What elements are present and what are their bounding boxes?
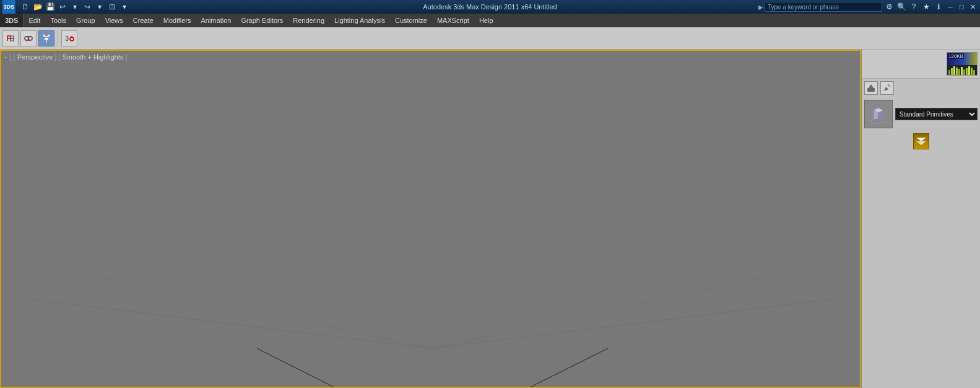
help-icon-button[interactable]: ? bbox=[908, 1, 919, 12]
right-panel-middle: Standard Primitives Extended Primitives … bbox=[862, 97, 980, 154]
vp-shading-label[interactable]: Smooth + Highlights bbox=[62, 53, 123, 61]
right-panel-top: 120KB bbox=[862, 50, 980, 79]
svg-point-2 bbox=[28, 37, 32, 40]
svg-line-13 bbox=[431, 348, 608, 387]
menu-3ds-label: 3DS bbox=[5, 17, 18, 24]
maximize-button[interactable]: □ bbox=[956, 2, 966, 12]
close-button[interactable]: ✕ bbox=[968, 2, 978, 12]
svg-text:3: 3 bbox=[65, 35, 69, 42]
modify-icon bbox=[883, 84, 891, 92]
menu-tools[interactable]: Tools bbox=[45, 14, 71, 27]
svg-rect-30 bbox=[971, 68, 973, 76]
svg-line-17 bbox=[431, 299, 837, 348]
svg-point-10 bbox=[70, 37, 74, 41]
title-bar-left: 3DS 🗋 📂 💾 ↩ ▾ ↪ ▾ ⊡ ▾ bbox=[0, 0, 132, 14]
svg-rect-31 bbox=[973, 70, 975, 76]
unlink-icon bbox=[23, 33, 34, 44]
title-arrow-icon: ▶ bbox=[758, 4, 763, 11]
menu-customize[interactable]: Customize bbox=[390, 14, 432, 27]
title-center: Autodesk 3ds Max Design 2011 x64 Untitle… bbox=[423, 3, 557, 11]
menu-help[interactable]: Help bbox=[474, 14, 498, 27]
svg-rect-29 bbox=[968, 66, 970, 76]
primitives-dropdown[interactable]: Standard Primitives Extended Primitives … bbox=[895, 108, 978, 120]
redo-dropdown-button[interactable]: ▾ bbox=[94, 1, 105, 12]
title-bar: 3DS 🗋 📂 💾 ↩ ▾ ↪ ▾ ⊡ ▾ Autodesk 3ds Max D… bbox=[0, 0, 980, 14]
svg-rect-21 bbox=[948, 70, 950, 76]
svg-rect-33 bbox=[867, 88, 875, 92]
svg-rect-27 bbox=[963, 69, 965, 76]
minimize-button[interactable]: ─ bbox=[945, 2, 955, 12]
new-file-button[interactable]: 🗋 bbox=[20, 1, 31, 12]
menu-lighting-analysis[interactable]: Lighting Analysis bbox=[329, 14, 390, 27]
open-file-button[interactable]: 📂 bbox=[32, 1, 43, 12]
info-button[interactable]: ℹ bbox=[933, 1, 944, 12]
svg-line-15 bbox=[26, 299, 431, 348]
menu-3ds-button[interactable]: 3DS bbox=[0, 14, 24, 27]
std-primitives-row: Standard Primitives Extended Primitives … bbox=[864, 100, 978, 128]
render-thumbnail[interactable]: 120KB bbox=[947, 52, 978, 76]
viewport-canvas bbox=[1, 51, 860, 387]
vp-perspective-label[interactable]: Perspective bbox=[17, 53, 53, 61]
menu-create[interactable]: Create bbox=[128, 14, 158, 27]
svg-line-12 bbox=[257, 348, 431, 387]
hold-button[interactable]: ⊡ bbox=[106, 1, 118, 12]
svg-rect-26 bbox=[961, 67, 963, 76]
title-bar-right: ▶ ⚙ 🔍 ? ★ ℹ ─ □ ✕ bbox=[758, 1, 980, 12]
svg-line-16 bbox=[26, 262, 431, 348]
snap-3d-icon: 3 bbox=[64, 33, 75, 44]
viewport-label: + ] [ Perspective ] [ Smooth + Highlight… bbox=[4, 53, 127, 61]
svg-rect-24 bbox=[956, 68, 958, 76]
search-dropdown-button[interactable]: ⚙ bbox=[883, 1, 895, 12]
right-panel-icon-row bbox=[862, 79, 980, 97]
menu-rendering[interactable]: Rendering bbox=[288, 14, 329, 27]
link-icon bbox=[5, 33, 16, 44]
search-input[interactable] bbox=[765, 2, 882, 12]
snap-3d-button[interactable]: 3 bbox=[61, 30, 77, 46]
menu-group[interactable]: Group bbox=[71, 14, 100, 27]
menu-maxscript[interactable]: MAXScript bbox=[432, 14, 474, 27]
svg-point-1 bbox=[25, 37, 28, 40]
render-thumbnail-size-label: 120KB bbox=[948, 53, 964, 59]
cube-3d-icon bbox=[867, 103, 890, 125]
menu-bar: 3DS Edit Tools Group Views Create Modifi… bbox=[0, 14, 980, 27]
svg-rect-25 bbox=[958, 69, 960, 76]
viewport[interactable]: + ] [ Perspective ] [ Smooth + Highlight… bbox=[0, 50, 861, 388]
undo-dropdown-button[interactable]: ▾ bbox=[69, 1, 80, 12]
redo-button[interactable]: ↪ bbox=[82, 1, 93, 12]
modify-panel-button[interactable] bbox=[880, 81, 894, 95]
secondary-toolbar: 3 bbox=[0, 27, 980, 50]
qa-dropdown-button[interactable]: ▾ bbox=[119, 1, 130, 12]
std-primitives-icon bbox=[864, 100, 893, 128]
svg-marker-44 bbox=[916, 141, 926, 145]
link-tool-button[interactable] bbox=[2, 30, 19, 46]
svg-marker-43 bbox=[916, 138, 926, 141]
vp-plus: + ] [ bbox=[4, 53, 17, 61]
save-file-button[interactable]: 💾 bbox=[45, 1, 56, 12]
quick-access-toolbar: 🗋 📂 💾 ↩ ▾ ↪ ▾ ⊡ ▾ bbox=[17, 1, 132, 12]
rollout-chevron-button[interactable] bbox=[913, 133, 929, 149]
app-logo[interactable]: 3DS bbox=[2, 0, 16, 14]
app-title-text: Autodesk 3ds Max Design 2011 x64 Untitle… bbox=[423, 3, 557, 11]
svg-rect-23 bbox=[953, 66, 955, 76]
community-button[interactable]: ★ bbox=[921, 1, 932, 12]
create-icon bbox=[867, 84, 875, 92]
menu-animation[interactable]: Animation bbox=[196, 14, 236, 27]
align-button[interactable] bbox=[38, 30, 54, 46]
svg-rect-22 bbox=[951, 68, 953, 76]
chevron-down-icon bbox=[915, 136, 927, 146]
app-logo-label: 3DS bbox=[4, 4, 15, 10]
main-area: + ] [ Perspective ] [ Smooth + Highlight… bbox=[0, 50, 980, 388]
menu-edit[interactable]: Edit bbox=[24, 14, 45, 27]
svg-rect-28 bbox=[966, 68, 968, 76]
svg-point-37 bbox=[888, 84, 890, 86]
menu-views[interactable]: Views bbox=[100, 14, 128, 27]
undo-button[interactable]: ↩ bbox=[57, 1, 68, 12]
svg-line-18 bbox=[431, 262, 837, 348]
create-panel-button[interactable] bbox=[864, 81, 878, 95]
unlink-tool-button[interactable] bbox=[20, 30, 37, 46]
search-icon-button[interactable]: 🔍 bbox=[896, 1, 907, 12]
menu-modifiers[interactable]: Modifiers bbox=[158, 14, 196, 27]
menu-graph-editors[interactable]: Graph Editors bbox=[236, 14, 288, 27]
toolbar-separator-1 bbox=[58, 30, 58, 46]
viewport-grid bbox=[1, 51, 860, 387]
